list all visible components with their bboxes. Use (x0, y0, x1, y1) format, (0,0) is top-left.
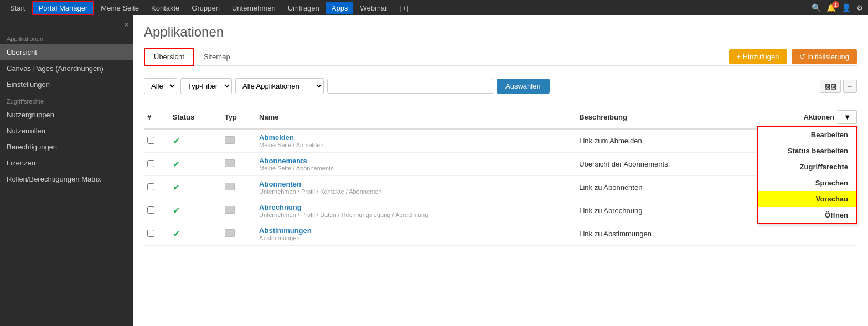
aktionen-dropdown-container: ▼ Bearbeiten Status bearbeiten Zugriffsr… (838, 110, 857, 124)
main-layout: × Applikationen Übersicht Canvas Pages (… (0, 15, 868, 326)
col-name: Name (256, 106, 576, 129)
nav-item-unternehmen[interactable]: Unternehmen (226, 2, 281, 14)
row-description: Link zu Abstimmungen (576, 222, 753, 246)
nav-item-webmail[interactable]: Webmail (354, 2, 393, 14)
aktionen-dropdown-menu: Bearbeiten Status bearbeiten Zugriffsrec… (757, 126, 857, 224)
nav-item-start[interactable]: Start (4, 2, 30, 14)
nav-item-umfragen[interactable]: Umfragen (282, 2, 325, 14)
tab-sitemap[interactable]: Sitemap (194, 48, 240, 65)
search-icon[interactable]: 🔍 (812, 3, 821, 12)
action-sprachen[interactable]: Sprachen (758, 175, 856, 191)
row-type (221, 129, 256, 153)
sidebar-item-nutzerrollen[interactable]: Nutzerrollen (0, 123, 133, 139)
row-checkbox[interactable] (144, 199, 169, 222)
table-row: ✔ Abonnenten Unternehmen / Profil / Kont… (144, 176, 857, 199)
notification-icon[interactable]: 🔔1 (826, 3, 836, 12)
row-status: ✔ (169, 199, 221, 222)
row-type (221, 199, 256, 222)
status-active-icon: ✔ (173, 229, 180, 239)
filter-bar: Alle Typ-Filter Alle Applikationen Auswä… (144, 74, 857, 99)
nav-item-kontakte[interactable]: Kontakte (146, 2, 185, 14)
user-icon[interactable]: 👤 (841, 3, 851, 12)
type-icon (225, 159, 235, 167)
row-name: Abonnements Meine Seite / Abonnements (256, 153, 576, 176)
col-beschreibung: Beschreibung (576, 106, 753, 129)
nav-item-plus[interactable]: [+] (395, 2, 414, 14)
col-typ: Typ (221, 106, 256, 129)
tabs-row: Übersicht Sitemap + Hinzufügen ↺ Initial… (144, 48, 857, 66)
app-name-link[interactable]: Abonnements (259, 157, 572, 165)
table-row: ✔ Abmelden Meine Seite / Abmelden Link z… (144, 129, 857, 153)
sidebar-item-canvas-pages[interactable]: Canvas Pages (Anordnungen) (0, 60, 133, 76)
sidebar-item-einstellungen[interactable]: Einstellungen (0, 76, 133, 92)
action-status-bearbeiten[interactable]: Status bearbeiten (758, 143, 856, 159)
app-path: Unternehmen / Profil / Kontakte / Abonne… (259, 188, 572, 195)
chevron-down-icon: ▼ (844, 113, 851, 121)
action-bearbeiten[interactable]: Bearbeiten (758, 127, 856, 143)
app-path: Unternehmen / Profil / Daten / Rechnungs… (259, 211, 572, 218)
tab-actions: + Hinzufügen ↺ Initialisierung (729, 49, 857, 64)
table-row: ✔ Abstimmungen Abstimmungen Link zu Abst… (144, 222, 857, 246)
select-button[interactable]: Auswählen (497, 79, 550, 94)
list-view-button[interactable]: ▨▨ (820, 80, 841, 93)
row-name: Abonnenten Unternehmen / Profil / Kontak… (256, 176, 576, 199)
notification-badge: 1 (832, 1, 839, 8)
status-active-icon: ✔ (173, 159, 180, 169)
row-checkbox[interactable] (144, 153, 169, 176)
sidebar-item-berechtigungen[interactable]: Berechtigungen (0, 139, 133, 155)
top-navigation: Start Portal Manager Meine Seite Kontakt… (0, 0, 868, 15)
settings-icon[interactable]: ⚙ (856, 3, 864, 12)
page-title: Applikationen (144, 24, 857, 40)
add-button[interactable]: + Hinzufügen (729, 49, 787, 64)
row-checkbox[interactable] (144, 222, 169, 246)
app-path: Meine Seite / Abmelden (259, 142, 572, 148)
app-name-link[interactable]: Abstimmungen (259, 226, 572, 235)
top-nav-icons: 🔍 🔔1 👤 ⚙ (812, 3, 864, 12)
col-hash: # (144, 106, 169, 129)
app-name-link[interactable]: Abmelden (259, 133, 572, 142)
filter-applikationen[interactable]: Alle Applikationen (235, 78, 324, 94)
type-icon (225, 136, 235, 144)
row-type (221, 153, 256, 176)
app-name-link[interactable]: Abonnenten (259, 180, 572, 188)
row-description: Link zu Abonnenten (576, 176, 753, 199)
nav-item-portal-manager[interactable]: Portal Manager (32, 1, 94, 15)
tab-ubersicht[interactable]: Übersicht (144, 48, 194, 66)
row-description: Übersicht der Abonnements. (576, 153, 753, 176)
sidebar-close-button[interactable]: × (0, 20, 133, 30)
app-name-link[interactable]: Abrechnung (259, 203, 572, 211)
row-status: ✔ (169, 129, 221, 153)
aktionen-dropdown-button[interactable]: ▼ (838, 110, 857, 124)
filter-typ[interactable]: Typ-Filter (180, 78, 232, 94)
row-checkbox[interactable] (144, 176, 169, 199)
type-icon (225, 206, 235, 214)
sidebar-item-ubersicht[interactable]: Übersicht (0, 44, 133, 60)
action-vorschau[interactable]: Vorschau (758, 191, 856, 207)
action-offnen[interactable]: Öffnen (758, 207, 856, 223)
init-button[interactable]: ↺ Initialisierung (792, 49, 857, 64)
filter-alle[interactable]: Alle (144, 78, 177, 94)
row-description: Link zum Abmelden (576, 129, 753, 153)
nav-item-meine-seite[interactable]: Meine Seite (95, 2, 144, 14)
sidebar-item-lizenzen[interactable]: Lizenzen (0, 155, 133, 171)
action-zugriffsrechte[interactable]: Zugriffsrechte (758, 159, 856, 175)
type-icon (225, 229, 235, 237)
nav-item-gruppen[interactable]: Gruppen (186, 2, 225, 14)
row-description: Link zu Abrechnung (576, 199, 753, 222)
content-area: Applikationen Übersicht Sitemap + Hinzuf… (133, 15, 868, 326)
aktionen-label: Aktionen (804, 113, 835, 121)
grid-view-button[interactable]: ▫▫ (843, 80, 857, 93)
col-aktionen: Aktionen ▼ Bearbeiten Status bearbeiten (753, 106, 857, 129)
row-actions (753, 222, 857, 246)
sidebar: × Applikationen Übersicht Canvas Pages (… (0, 15, 133, 326)
apps-table: # Status Typ Name Beschreibung Aktionen (144, 106, 857, 246)
status-active-icon: ✔ (173, 136, 180, 146)
sidebar-item-rollen-matrix[interactable]: Rollen/Berechtigungen Matrix (0, 171, 133, 187)
sidebar-item-nutzergruppen[interactable]: Nutzergruppen (0, 107, 133, 123)
sidebar-section-applikationen: Applikationen (0, 30, 133, 44)
row-checkbox[interactable] (144, 129, 169, 153)
search-input[interactable] (327, 79, 493, 94)
status-active-icon: ✔ (173, 206, 180, 215)
nav-item-apps[interactable]: Apps (326, 2, 354, 14)
type-icon (225, 183, 235, 190)
